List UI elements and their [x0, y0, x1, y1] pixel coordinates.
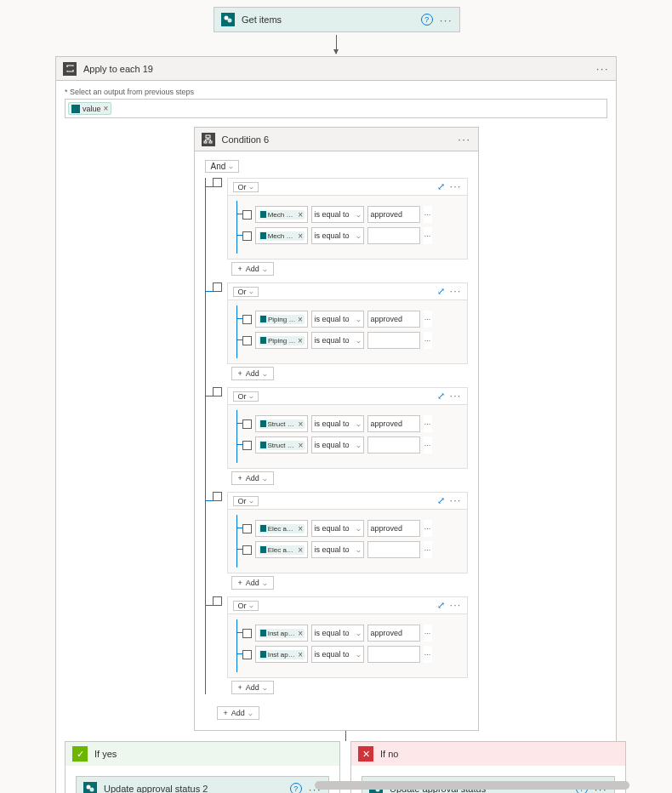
and-or-selector[interactable]: And ⌵ — [205, 160, 240, 173]
remove-token-icon[interactable]: × — [298, 419, 302, 429]
field-operand[interactable]: Struct ap...× — [255, 415, 308, 432]
menu-icon[interactable]: ··· — [458, 134, 470, 145]
group-checkbox[interactable] — [213, 282, 222, 292]
or-selector[interactable]: Or⌵ — [233, 287, 259, 297]
help-icon[interactable]: ? — [421, 14, 433, 26]
remove-token-icon[interactable]: × — [298, 210, 302, 220]
group-checkbox[interactable] — [213, 387, 222, 396]
value-input[interactable] — [367, 646, 420, 663]
add-row-button[interactable]: + Add ⌵ — [231, 262, 274, 276]
collapse-icon[interactable]: ⤢ — [437, 600, 445, 611]
action-get-items[interactable]: Get items ? ··· — [214, 7, 460, 32]
or-selector[interactable]: Or⌵ — [233, 391, 259, 402]
row-menu-icon[interactable]: ··· — [424, 541, 432, 558]
operator-select[interactable]: is equal to⌵ — [311, 436, 364, 454]
remove-token-icon[interactable]: × — [298, 441, 302, 450]
or-selector[interactable]: Or⌵ — [233, 182, 259, 192]
operator-select[interactable]: is equal to⌵ — [311, 332, 364, 349]
value-input[interactable]: approved — [367, 415, 420, 432]
value-input[interactable] — [367, 541, 420, 558]
add-row-button[interactable]: + Add ⌵ — [231, 576, 274, 590]
add-group-button[interactable]: + Add ⌵ — [217, 706, 259, 720]
menu-icon[interactable]: ··· — [450, 601, 462, 610]
field-operand[interactable]: Piping a...× — [255, 311, 308, 328]
row-checkbox[interactable] — [242, 419, 252, 429]
field-operand[interactable]: Inst appr...× — [255, 625, 308, 642]
field-operand[interactable]: Struct ap...× — [255, 436, 308, 454]
row-checkbox[interactable] — [242, 336, 252, 345]
row-checkbox[interactable] — [242, 441, 252, 450]
collapse-icon[interactable]: ⤢ — [437, 286, 445, 297]
group-checkbox[interactable] — [213, 492, 222, 501]
row-menu-icon[interactable]: ··· — [424, 311, 432, 328]
action-card[interactable]: Update approval status 2 ? ··· — [76, 776, 329, 793]
row-checkbox[interactable] — [242, 315, 252, 324]
operator-select[interactable]: is equal to⌵ — [311, 541, 364, 558]
row-checkbox[interactable] — [242, 629, 252, 638]
operator-select[interactable]: is equal to⌵ — [311, 646, 364, 663]
row-menu-icon[interactable]: ··· — [424, 206, 432, 223]
operator-select[interactable]: is equal to⌵ — [311, 311, 364, 328]
condition-header[interactable]: Condition 6 ··· — [195, 128, 478, 151]
add-row-button[interactable]: + Add ⌵ — [231, 681, 274, 694]
row-menu-icon[interactable]: ··· — [424, 227, 432, 244]
row-menu-icon[interactable]: ··· — [424, 646, 432, 663]
help-icon[interactable]: ? — [290, 783, 302, 793]
row-menu-icon[interactable]: ··· — [424, 520, 432, 537]
operator-select[interactable]: is equal to⌵ — [311, 415, 364, 432]
operator-select[interactable]: is equal to⌵ — [311, 227, 364, 244]
collapse-icon[interactable]: ⤢ — [437, 391, 445, 402]
remove-token-icon[interactable]: × — [104, 104, 109, 113]
row-checkbox[interactable] — [242, 524, 252, 533]
group-checkbox[interactable] — [213, 596, 222, 606]
value-input[interactable] — [367, 227, 420, 244]
field-operand[interactable]: Mech ap...× — [255, 227, 308, 244]
apply-to-each-header[interactable]: Apply to each 19 ··· — [56, 57, 616, 81]
menu-icon[interactable]: ··· — [596, 63, 609, 74]
operator-select[interactable]: is equal to⌵ — [311, 625, 364, 642]
remove-token-icon[interactable]: × — [298, 650, 302, 659]
remove-token-icon[interactable]: × — [298, 231, 302, 241]
row-checkbox[interactable] — [242, 545, 252, 555]
dynamic-token[interactable]: value × — [68, 102, 111, 115]
row-menu-icon[interactable]: ··· — [424, 436, 432, 454]
field-operand[interactable]: Mech ap...× — [255, 206, 308, 223]
remove-token-icon[interactable]: × — [298, 545, 302, 555]
remove-token-icon[interactable]: × — [298, 524, 302, 533]
remove-token-icon[interactable]: × — [298, 315, 302, 324]
row-checkbox[interactable] — [242, 210, 252, 220]
menu-icon[interactable]: ··· — [450, 182, 462, 191]
row-menu-icon[interactable]: ··· — [424, 332, 432, 349]
row-menu-icon[interactable]: ··· — [424, 415, 432, 432]
value-input[interactable] — [367, 436, 420, 454]
value-input[interactable]: approved — [367, 625, 420, 642]
collapse-icon[interactable]: ⤢ — [437, 181, 445, 192]
add-row-button[interactable]: + Add ⌵ — [231, 471, 274, 485]
dynamic-input[interactable]: value × — [65, 99, 607, 118]
value-input[interactable]: approved — [367, 520, 420, 537]
remove-token-icon[interactable]: × — [298, 629, 302, 638]
menu-icon[interactable]: ··· — [450, 391, 462, 401]
or-selector[interactable]: Or⌵ — [233, 496, 259, 506]
field-operand[interactable]: Inst appr...× — [255, 646, 308, 663]
value-input[interactable]: approved — [367, 311, 420, 328]
row-checkbox[interactable] — [242, 650, 252, 659]
value-input[interactable]: approved — [367, 206, 420, 223]
group-checkbox[interactable] — [213, 178, 222, 187]
field-operand[interactable]: Elec app...× — [255, 541, 308, 558]
menu-icon[interactable]: ··· — [450, 496, 462, 505]
menu-icon[interactable]: ··· — [440, 14, 453, 26]
operator-select[interactable]: is equal to⌵ — [311, 206, 364, 223]
add-row-button[interactable]: + Add ⌵ — [231, 367, 274, 380]
collapse-icon[interactable]: ⤢ — [437, 495, 445, 506]
or-selector[interactable]: Or⌵ — [233, 601, 259, 611]
row-checkbox[interactable] — [242, 231, 252, 241]
field-operand[interactable]: Piping a...× — [255, 332, 308, 349]
row-menu-icon[interactable]: ··· — [424, 625, 432, 642]
horizontal-scrollbar[interactable] — [315, 781, 629, 790]
menu-icon[interactable]: ··· — [450, 287, 462, 296]
field-operand[interactable]: Elec app...× — [255, 520, 308, 537]
operator-select[interactable]: is equal to⌵ — [311, 520, 364, 537]
remove-token-icon[interactable]: × — [298, 336, 302, 345]
value-input[interactable] — [367, 332, 420, 349]
